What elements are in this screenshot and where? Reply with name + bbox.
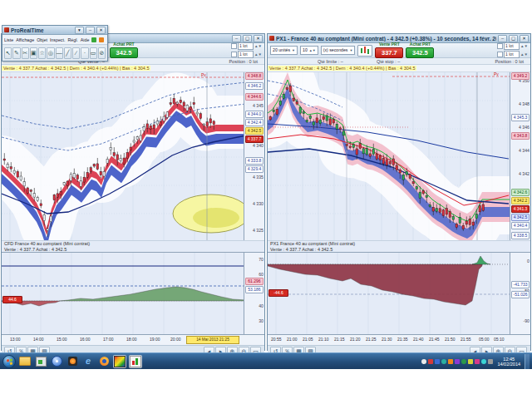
taskbar-app-explorer[interactable] bbox=[18, 355, 32, 368]
workspace-green-icon[interactable] bbox=[91, 37, 96, 42]
pin-icon[interactable]: ▾ bbox=[75, 27, 84, 34]
menu-item-liste[interactable]: Liste bbox=[4, 37, 13, 42]
time-axis-right: 20:5521:0021:0521:1021:1521:2021:2521:30… bbox=[268, 334, 530, 345]
tray-icon[interactable] bbox=[421, 359, 426, 364]
tray-icon[interactable] bbox=[448, 359, 453, 364]
point-tool-icon[interactable]: · bbox=[81, 47, 88, 59]
sell-button[interactable]: 337.7 bbox=[375, 47, 403, 58]
time-tick-label: 21:00 bbox=[287, 337, 298, 342]
favorite-tool-icon[interactable]: ☆ bbox=[38, 47, 46, 59]
indicator-canvas[interactable] bbox=[268, 253, 512, 334]
price-chart-canvas[interactable]: Pv bbox=[268, 72, 512, 240]
lot-size-field[interactable]: 1 lot bbox=[504, 51, 520, 58]
erase-tool-icon[interactable]: ✂ bbox=[22, 47, 29, 59]
rect-tool-icon[interactable]: ▭ bbox=[90, 47, 97, 59]
pencil-tool-icon[interactable]: ✎ bbox=[12, 47, 20, 59]
lot-size-field[interactable]: 1 lot bbox=[238, 51, 254, 58]
floatwin-titlebar[interactable]: ProRealTime ▾ – ✕ bbox=[2, 26, 107, 35]
tray-icon[interactable] bbox=[481, 359, 486, 364]
tray-icon[interactable] bbox=[461, 359, 466, 364]
hline-tool-icon[interactable]: — bbox=[56, 47, 63, 59]
menu-item-affichage[interactable]: Affichage bbox=[16, 37, 34, 42]
taskbar-clock[interactable]: 12:45 14/02/2014 bbox=[497, 357, 520, 367]
ellipse-tool-icon[interactable]: ⊘ bbox=[98, 47, 106, 59]
indicator-panel-left[interactable]: 706050403061.29653.186 44.6 bbox=[2, 252, 264, 334]
lot-size-field[interactable]: 1 lot bbox=[238, 42, 254, 50]
sell-header: Vente PRT bbox=[379, 42, 400, 47]
buy-button[interactable]: 342.5 bbox=[110, 47, 138, 58]
chart-window-left: 5 minutes, 14 Mai 2013 – ▢ ✕ Qté Limite … bbox=[1, 33, 265, 351]
interval-stepper[interactable]: 10▲▼ bbox=[300, 46, 318, 55]
axis-value-box: 4 344.0 bbox=[245, 111, 264, 118]
taskbar-app-firefox[interactable] bbox=[97, 355, 111, 368]
taskbar-app-editor[interactable] bbox=[34, 355, 47, 368]
taskbar-app-internet-explorer[interactable]: e bbox=[81, 355, 95, 368]
menu-item-objet[interactable]: Objet bbox=[37, 37, 47, 42]
lot-stepper-icon[interactable]: ▲▼ bbox=[520, 44, 528, 48]
taskbar-app-trading-app[interactable] bbox=[129, 355, 142, 368]
lot-stepper-icon[interactable]: ▲▼ bbox=[254, 44, 262, 48]
menu-item-rgl[interactable]: Régl. bbox=[67, 37, 77, 42]
price-chart-right[interactable]: Pv 4 3504 3484 3464 3444 3424 3404 3384 … bbox=[268, 72, 530, 240]
show-desktop-button[interactable] bbox=[525, 354, 530, 369]
axis-value-box: 4 340.4 bbox=[511, 222, 530, 229]
time-tick-label: 05:00 bbox=[479, 337, 490, 342]
trading-app-icon bbox=[130, 356, 141, 367]
time-tick-label: 21:20 bbox=[350, 337, 361, 342]
buy-button[interactable]: 342.5 bbox=[406, 47, 434, 58]
unit-type-dropdown[interactable]: (x) secondes▼ bbox=[321, 46, 356, 55]
tray-icon[interactable] bbox=[428, 359, 433, 364]
price-chart-canvas[interactable]: Pv bbox=[2, 72, 246, 240]
close-icon[interactable]: ✕ bbox=[520, 35, 529, 42]
tray-icon[interactable] bbox=[475, 359, 480, 364]
svg-text:Pv: Pv bbox=[201, 72, 206, 77]
tray-icon[interactable] bbox=[468, 359, 473, 364]
menu-item-inspect[interactable]: Inspect. bbox=[50, 37, 66, 42]
taskbar-app-media-player[interactable] bbox=[66, 355, 79, 368]
start-button[interactable] bbox=[2, 355, 16, 368]
close-icon[interactable]: ✕ bbox=[96, 27, 106, 34]
lot-checkbox[interactable] bbox=[497, 43, 503, 49]
tray-icon[interactable] bbox=[441, 359, 446, 364]
taskbar-app-prorealtime[interactable] bbox=[113, 355, 126, 368]
axis-value-box: 4 337.7 bbox=[245, 135, 264, 143]
maximize-icon[interactable]: ▢ bbox=[509, 35, 518, 42]
taskbar-app-browser-compass[interactable] bbox=[50, 355, 63, 368]
menu-item-aide[interactable]: Aide bbox=[81, 37, 90, 42]
minimize-icon[interactable]: – bbox=[498, 35, 507, 42]
ray-tool-icon[interactable]: ∕ bbox=[72, 47, 80, 59]
lot-checkbox[interactable] bbox=[497, 52, 503, 57]
price-chart-left[interactable]: Pv 4 3454 3404 3354 3304 3254 348.84 346… bbox=[2, 72, 264, 240]
axis-value-box: -41.733 bbox=[511, 281, 530, 288]
indicator-panel-right[interactable]: 0-50-90-41.733-51.026 -44.6 bbox=[268, 252, 530, 334]
axis-tick-label: 30 bbox=[259, 319, 264, 323]
lot-stepper-icon[interactable]: ▲▼ bbox=[254, 52, 262, 57]
instrument-caption-left: CFD France 40 au comptant (Mini contrat)… bbox=[2, 240, 264, 252]
units-dropdown[interactable]: 20 unités▼ bbox=[270, 46, 298, 55]
time-tick-label: 13:00 bbox=[10, 337, 21, 342]
tray-icon[interactable] bbox=[435, 359, 440, 364]
lot-checkbox[interactable] bbox=[231, 43, 237, 49]
select-tool-icon[interactable]: ↖ bbox=[4, 47, 12, 59]
tray-icon[interactable] bbox=[455, 359, 460, 364]
lot-stepper-icon[interactable]: ▲▼ bbox=[520, 52, 528, 57]
delete-tool-icon[interactable]: ▣ bbox=[30, 47, 37, 59]
minimize-icon[interactable]: – bbox=[232, 35, 241, 42]
trendline-tool-icon[interactable]: ╱ bbox=[64, 47, 71, 59]
minimize-icon[interactable]: – bbox=[86, 27, 95, 34]
axis-value-box: 4 348.8 bbox=[245, 72, 264, 80]
lot-size-field[interactable]: 1 lot bbox=[504, 42, 520, 50]
buy-header: Achat PRT bbox=[113, 42, 134, 47]
axis-tick-label: 0 bbox=[527, 259, 530, 264]
chart-style-icon[interactable] bbox=[357, 45, 372, 57]
position-header-right: Qté limite : – Qté stop : – Position : 0… bbox=[268, 58, 530, 65]
zoom-tool-icon[interactable]: ◎ bbox=[47, 47, 54, 59]
alert-orange-icon[interactable] bbox=[99, 37, 104, 42]
lot-checkbox[interactable] bbox=[231, 52, 237, 57]
browser-compass-icon bbox=[52, 356, 62, 367]
indicator-canvas[interactable] bbox=[2, 253, 246, 334]
time-tick-label: 20:00 bbox=[170, 337, 181, 342]
maximize-icon[interactable]: ▢ bbox=[243, 35, 252, 42]
tray-icon[interactable] bbox=[488, 359, 493, 364]
close-icon[interactable]: ✕ bbox=[254, 35, 263, 42]
